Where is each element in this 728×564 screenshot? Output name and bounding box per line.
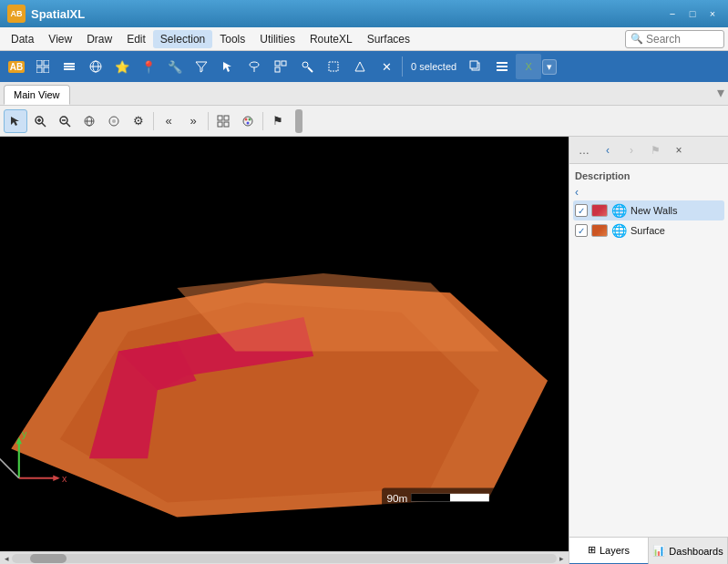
- menu-routexl[interactable]: RouteXL: [302, 30, 360, 48]
- panel-more-button[interactable]: …: [573, 139, 595, 161]
- svg-point-10: [250, 62, 259, 67]
- tb-excel-button[interactable]: X: [516, 54, 541, 79]
- search-input[interactable]: [646, 33, 719, 46]
- svg-rect-2: [36, 67, 42, 73]
- svg-rect-5: [64, 66, 75, 67]
- svg-point-42: [247, 121, 250, 124]
- svg-text:90m: 90m: [386, 492, 407, 504]
- minimize-button[interactable]: −: [664, 5, 681, 22]
- tb-lasso-button[interactable]: [241, 54, 267, 79]
- layer-check-new-walls[interactable]: ✓: [575, 204, 588, 217]
- panel-content: Description ‹ ✓ 🌐 New Walls ✓ 🌐 Surface: [569, 164, 728, 537]
- panel-nav-back-button[interactable]: ‹: [597, 139, 619, 161]
- tb-filter-button[interactable]: [189, 54, 214, 79]
- vt-palette-button[interactable]: [236, 109, 260, 133]
- vt-zoom-in-button[interactable]: [28, 109, 52, 133]
- svg-rect-4: [64, 63, 75, 65]
- menu-selection[interactable]: Selection: [153, 30, 212, 48]
- menu-utilities[interactable]: Utilities: [252, 30, 302, 48]
- layer-thumb-surface: [591, 224, 608, 237]
- vt-separator1: [153, 112, 154, 130]
- svg-rect-6: [64, 68, 75, 70]
- svg-rect-36: [224, 116, 229, 120]
- description-header: Description: [573, 168, 724, 184]
- vt-globe2-button[interactable]: [102, 109, 126, 133]
- tb-bookmark-button[interactable]: ⭐: [109, 54, 135, 79]
- tb-copy-button[interactable]: [463, 54, 488, 79]
- tb-list-button[interactable]: [489, 54, 515, 79]
- svg-rect-20: [497, 62, 508, 64]
- menu-draw[interactable]: Draw: [79, 30, 119, 48]
- vt-globe-button[interactable]: [77, 109, 101, 133]
- svg-point-41: [249, 118, 251, 120]
- panel-close-button[interactable]: ×: [668, 139, 690, 161]
- content-area: ⚙ « » ⚑: [0, 106, 728, 564]
- tb-tools2-button[interactable]: 🔧: [162, 54, 188, 79]
- svg-rect-19: [470, 61, 477, 68]
- tb-select2-button[interactable]: [268, 54, 293, 79]
- horizontal-scrollbar[interactable]: ◂ ▸: [0, 551, 569, 564]
- panel-pin-button[interactable]: ⚑: [644, 139, 666, 161]
- close-button[interactable]: ×: [704, 5, 721, 22]
- tb-select4-button[interactable]: [321, 54, 346, 79]
- vt-grid-button[interactable]: [211, 109, 235, 133]
- svg-rect-13: [282, 61, 286, 66]
- right-panel: … ‹ › ⚑ × Description ‹ ✓ 🌐 New Walls: [569, 137, 728, 564]
- vt-select-button[interactable]: [4, 109, 27, 133]
- tb-grid-button[interactable]: [30, 54, 56, 79]
- title-controls: − □ ×: [664, 5, 721, 22]
- vt-prev-button[interactable]: «: [157, 109, 180, 133]
- tb-map-button[interactable]: [83, 54, 108, 79]
- layer-check-surface[interactable]: ✓: [575, 224, 588, 237]
- vt-flag-button[interactable]: ⚑: [266, 109, 290, 133]
- back-button[interactable]: ‹: [573, 184, 724, 200]
- menu-view[interactable]: View: [41, 30, 79, 48]
- vt-settings-button[interactable]: ⚙: [127, 109, 150, 133]
- search-box[interactable]: 🔍: [625, 30, 724, 48]
- tb-select3-button[interactable]: [294, 54, 320, 79]
- tb-cross-button[interactable]: ✕: [374, 54, 399, 79]
- menu-surfaces[interactable]: Surfaces: [360, 30, 417, 48]
- panel-tab-layers[interactable]: ⊞ Layers: [569, 538, 649, 565]
- tab-main-view[interactable]: Main View: [4, 85, 70, 105]
- vt-next-button[interactable]: »: [181, 109, 205, 133]
- svg-rect-53: [411, 494, 450, 502]
- layer-item-surface[interactable]: ✓ 🌐 Surface: [573, 220, 724, 241]
- panel-toolbar: … ‹ › ⚑ ×: [569, 137, 728, 164]
- vt-separator2: [208, 112, 209, 130]
- tb-ab-button[interactable]: AB: [4, 54, 29, 79]
- tb-pin-button[interactable]: 📍: [136, 54, 161, 79]
- map-right-row: y x 90m: [0, 137, 728, 564]
- maximize-button[interactable]: □: [684, 5, 701, 22]
- scroll-left-button[interactable]: ◂: [2, 554, 12, 563]
- scroll-track[interactable]: [12, 554, 557, 563]
- vt-handle[interactable]: [295, 109, 302, 133]
- panel-tab-dashboards[interactable]: 📊 Dashboards: [649, 538, 728, 565]
- svg-rect-37: [218, 122, 222, 127]
- tb-select5-button[interactable]: [347, 54, 373, 79]
- tb-layers-button[interactable]: [56, 54, 82, 79]
- tab-dropdown[interactable]: ▾: [717, 84, 724, 105]
- menu-data[interactable]: Data: [4, 30, 41, 48]
- scroll-right-button[interactable]: ▸: [557, 554, 567, 563]
- menu-tools[interactable]: Tools: [212, 30, 252, 48]
- canvas-container[interactable]: y x 90m: [0, 137, 569, 551]
- layers-tab-label: Layers: [600, 545, 630, 556]
- layer-icon-surface: 🌐: [611, 223, 627, 238]
- svg-rect-1: [44, 60, 49, 66]
- svg-rect-12: [275, 61, 280, 66]
- tb-more-dropdown[interactable]: ▾: [542, 59, 557, 75]
- vt-zoom-out-button[interactable]: [53, 109, 77, 133]
- panel-tabs-bottom: ⊞ Layers 📊 Dashboards: [569, 537, 728, 564]
- scroll-thumb[interactable]: [30, 554, 67, 563]
- map-svg: y x 90m: [0, 137, 569, 551]
- menu-bar: Data View Draw Edit Selection Tools Util…: [0, 27, 728, 51]
- left-map-col: y x 90m: [0, 137, 569, 564]
- title-left: AB SpatialXL: [7, 5, 85, 23]
- svg-rect-38: [224, 122, 229, 127]
- svg-marker-17: [355, 62, 364, 71]
- layer-item-new-walls[interactable]: ✓ 🌐 New Walls: [573, 200, 724, 220]
- panel-nav-fwd-button[interactable]: ›: [620, 139, 642, 161]
- menu-edit[interactable]: Edit: [119, 30, 153, 48]
- tb-select-button[interactable]: [215, 54, 241, 79]
